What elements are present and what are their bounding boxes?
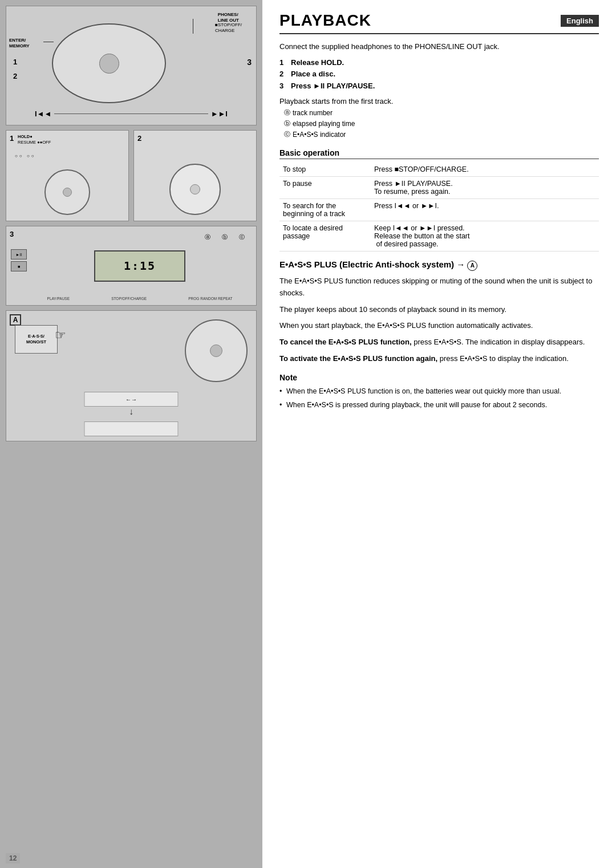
left-panel: ENTER/MEMORY PHONES/LINE OUT ■STOP/OFF/C… [0,0,262,868]
diagram-a-label: A [10,314,21,326]
eas-button-box: E·A·S·S/MONO/ST [15,325,58,354]
op-action-locate: To locate a desired passage [279,221,371,252]
eas-cancel: To cancel the E•A•S•S PLUS function, pre… [279,336,599,348]
eas-para2: The player keeps about 10 seconds of pla… [279,304,599,316]
diagram-a: A E·A·S·S/MONO/ST ☞ ←→ ↓ [6,310,257,441]
eas-activate-bold: To activate the E•A•S•S PLUS function ag… [279,354,437,363]
stop-off-label: ■STOP/OFF/CHARGE [215,22,242,34]
step-2-num: 2 [279,68,289,80]
basic-operation-title: Basic operation [279,148,599,159]
enter-memory-label: ENTER/MEMORY [9,38,30,50]
step-label-1: 1 [13,58,17,66]
step-2-text: Place a disc. [291,68,335,80]
memory-bar-top: ←→ [84,392,179,407]
eas-title: E•A•S•S PLUS (Electric Anti-shock system… [279,259,599,271]
note-item-1: When the E•A•S•S PLUS function is on, th… [279,386,599,397]
eas-para1: The E•A•S•S PLUS function reduces skippi… [279,275,599,299]
playback-note: Playback starts from the first track. [279,97,599,106]
eas-cancel-bold: To cancel the E•A•S•S PLUS function, [279,338,412,346]
op-instruction-locate: Keep I◄◄ or ►►I pressed.Release the butt… [371,221,599,252]
intro-text: Connect the supplied headphones to the P… [279,41,599,52]
step-3-num: 3 [279,80,289,92]
step-1: 1 Release HOLD. [279,57,599,69]
circle-c: ⓒ [284,129,290,140]
btn-labels: PLAY/PAUSE STOP/OFF/CHARGE PROG RANDOM R… [26,297,253,301]
op-row-locate: To locate a desired passage Keep I◄◄ or … [279,221,599,252]
page-number: 12 [6,853,20,863]
right-panel: PLAYBACK English Connect the supplied he… [262,0,616,868]
arrow-down: ↓ [129,407,133,417]
sub-item-a: ⓐ track number [284,108,599,119]
op-action-pause: To pause [279,177,371,199]
eas-para3: When you start playback, the E•A•S•S PLU… [279,320,599,332]
diagram-row-1-2: 1 HOLD●RESUME ●●OFF ○○ ○○ 2 [6,130,257,221]
circle-b: ⓑ [284,119,290,129]
page-title: PLAYBACK [279,11,371,30]
eas-activate-rest: press E•A•S•S to display the indication. [437,354,569,363]
step-2: 2 Place a disc. [279,68,599,80]
memory-bar-bottom [84,421,179,436]
diagram-top: ENTER/MEMORY PHONES/LINE OUT ■STOP/OFF/C… [6,6,257,125]
step-3-text: Press ►II PLAY/PAUSE. [291,80,375,92]
sub-item-c: ⓒ E•A•S•S indicator [284,129,599,140]
step-3: 3 Press ►II PLAY/PAUSE. [279,80,599,92]
diagram-box-3: 3 ►II ■ 1:15 ⓐ ⓑ ⓒ PLAY/PAUSE STOP/OFF/C… [6,226,257,306]
box3-num: 3 [10,230,14,238]
op-instruction-pause: Press ►II PLAY/PAUSE.To resume, press ag… [371,177,599,199]
op-instruction-search: Press I◄◄ or ►►I. [371,199,599,221]
sub-item-b: ⓑ elapsed playing time [284,119,599,129]
sub-item-c-text: E•A•S•S indicator [293,129,346,140]
step-label-3: 3 [247,58,252,67]
display-screen: 1:15 [94,250,185,282]
steps-list: 1 Release HOLD. 2 Place a disc. 3 Press … [279,57,599,92]
eas-cancel-rest: press E•A•S•S. The indication in display… [412,338,585,346]
box2-num: 2 [137,134,141,143]
diagram-box-1: 1 HOLD●RESUME ●●OFF ○○ ○○ [6,130,129,221]
diagram-box-2: 2 [133,130,257,221]
step-1-num: 1 [279,57,289,69]
step-label-2: 2 [13,72,17,80]
language-badge: English [561,15,599,27]
op-row-pause: To pause Press ►II PLAY/PAUSE.To resume,… [279,177,599,199]
dots-row: ○○ ○○ [15,153,36,159]
note-item-2: When E•A•S•S is pressed during playback,… [279,399,599,411]
box1-num: 1 [10,134,14,143]
op-action-stop: To stop [279,163,371,177]
eas-activate: To activate the E•A•S•S PLUS function ag… [279,353,599,365]
note-title: Note [279,373,599,382]
op-instruction-stop: Press ■STOP/OFF/CHARGE. [371,163,599,177]
page-header: PLAYBACK English [279,11,599,34]
note-section: Note When the E•A•S•S PLUS function is o… [279,373,599,411]
op-row-stop: To stop Press ■STOP/OFF/CHARGE. [279,163,599,177]
circle-a: ⓐ [284,108,290,119]
sub-item-b-text: elapsed playing time [293,119,355,129]
eas-section: E•A•S•S PLUS (Electric Anti-shock system… [279,259,599,364]
step-1-text: Release HOLD. [291,57,344,69]
cd-player-a [185,319,248,382]
operation-table: To stop Press ■STOP/OFF/CHARGE. To pause… [279,163,599,252]
op-action-search: To search for thebeginning of a track [279,199,371,221]
hand-icon: ☞ [55,328,66,343]
sub-item-a-text: track number [293,108,333,119]
op-row-search: To search for thebeginning of a track Pr… [279,199,599,221]
sub-items: ⓐ track number ⓑ elapsed playing time ⓒ … [279,108,599,141]
hold-label: HOLD●RESUME ●●OFF [18,134,51,145]
